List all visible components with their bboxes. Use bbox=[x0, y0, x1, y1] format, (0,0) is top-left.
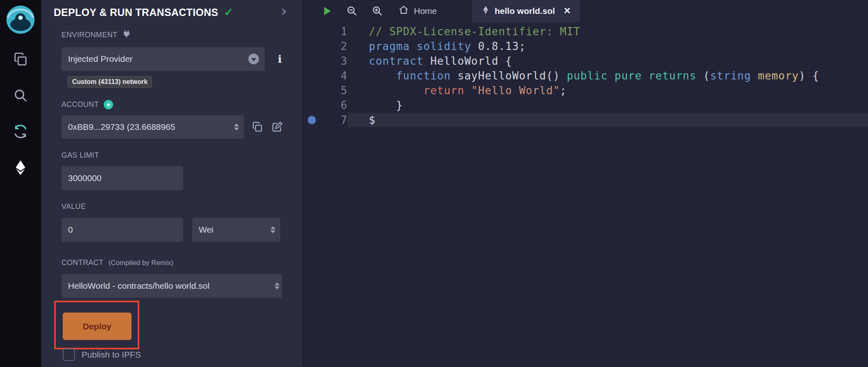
line-number: 7 bbox=[317, 113, 348, 127]
close-icon[interactable]: × bbox=[564, 5, 570, 16]
remix-logo-icon[interactable] bbox=[5, 4, 36, 37]
collapse-panel-chevron-icon[interactable]: › bbox=[281, 2, 287, 19]
search-icon[interactable] bbox=[12, 87, 29, 104]
provider-circle-icon bbox=[248, 54, 259, 64]
deploy-button[interactable]: Deploy bbox=[63, 313, 132, 340]
contract-label: CONTRACT (Compiled by Remix) bbox=[61, 258, 302, 267]
environment-selected-value: Injected Provider bbox=[68, 54, 133, 64]
line-number: 6 bbox=[317, 98, 348, 113]
breakpoint-dot-icon[interactable] bbox=[308, 116, 316, 124]
breakpoint-margin[interactable] bbox=[303, 68, 317, 83]
home-icon bbox=[398, 5, 409, 17]
remix-ide-window: DEPLOY & RUN TRANSACTIONS ✓ › ENVIRONMEN… bbox=[0, 0, 868, 367]
publish-ipfs-label: Publish to IPFS bbox=[82, 350, 141, 360]
select-stepper-icon bbox=[234, 124, 239, 131]
breakpoint-margin[interactable] bbox=[303, 113, 317, 127]
code-text[interactable]: contract HelloWorld { bbox=[348, 54, 868, 68]
account-select[interactable]: 0xBB9...29733 (23.6688965 bbox=[61, 115, 244, 139]
add-account-icon[interactable]: + bbox=[104, 100, 113, 109]
zoom-out-icon[interactable] bbox=[346, 5, 358, 17]
tab-home-label: Home bbox=[414, 6, 437, 16]
line-number: 3 bbox=[317, 54, 348, 68]
publish-ipfs-checkbox[interactable] bbox=[63, 349, 75, 361]
line-number: 5 bbox=[317, 83, 348, 98]
value-unit: Wei bbox=[199, 225, 214, 235]
code-text[interactable]: } bbox=[348, 98, 868, 113]
select-stepper-icon bbox=[275, 283, 279, 290]
code-line: 1// SPDX-License-Identifier: MIT bbox=[303, 24, 868, 39]
breakpoint-margin[interactable] bbox=[303, 98, 317, 113]
contract-selected-value: HelloWorld - contracts/hello world.sol bbox=[68, 281, 209, 291]
tab-file-label: hello world.sol bbox=[495, 6, 555, 16]
deploy-run-panel: DEPLOY & RUN TRANSACTIONS ✓ › ENVIRONMEN… bbox=[41, 0, 303, 367]
network-badge: Custom (43113) network bbox=[68, 76, 152, 88]
code-line: 4 function sayHelloWorld() public pure r… bbox=[303, 68, 868, 83]
gas-limit-input[interactable]: 3000000 bbox=[61, 166, 183, 190]
run-script-icon[interactable] bbox=[321, 5, 333, 17]
line-number: 2 bbox=[317, 39, 348, 54]
line-number: 4 bbox=[317, 68, 348, 83]
value-label: VALUE bbox=[61, 202, 302, 211]
value-amount: 0 bbox=[68, 225, 73, 235]
code-line: 6 } bbox=[303, 98, 868, 113]
gas-limit-label: GAS LIMIT bbox=[61, 151, 302, 160]
account-label: ACCOUNT + bbox=[61, 100, 302, 109]
environment-label: ENVIRONMENT bbox=[61, 29, 302, 41]
code-editor[interactable]: 1// SPDX-License-Identifier: MIT2pragma … bbox=[303, 22, 868, 367]
code-text[interactable]: $ bbox=[348, 113, 868, 127]
editor-area: Home hello world.sol × 1// SPDX-License-… bbox=[303, 0, 868, 367]
tab-bar: Home hello world.sol × bbox=[303, 0, 868, 22]
plug-icon bbox=[122, 29, 131, 41]
code-line: 5 return "Hello World"; bbox=[303, 83, 868, 98]
account-selected-value: 0xBB9...29733 (23.6688965 bbox=[68, 122, 175, 132]
editor-toolbar bbox=[303, 5, 384, 17]
contract-select[interactable]: HelloWorld - contracts/hello world.sol bbox=[61, 274, 282, 298]
gas-limit-value: 3000000 bbox=[68, 173, 102, 183]
icon-rail bbox=[0, 0, 41, 367]
value-unit-select[interactable]: Wei bbox=[192, 218, 280, 242]
contract-note: (Compiled by Remix) bbox=[108, 259, 173, 267]
environment-select[interactable]: Injected Provider bbox=[61, 47, 265, 71]
code-lines: 1// SPDX-License-Identifier: MIT2pragma … bbox=[303, 24, 868, 127]
code-text[interactable]: // SPDX-License-Identifier: MIT bbox=[348, 24, 868, 39]
line-number: 1 bbox=[317, 24, 348, 39]
check-icon: ✓ bbox=[224, 6, 234, 19]
edit-account-icon[interactable] bbox=[271, 121, 283, 133]
code-line: 3contract HelloWorld { bbox=[303, 54, 868, 68]
code-text[interactable]: pragma solidity 0.8.13; bbox=[348, 39, 868, 54]
breakpoint-margin[interactable] bbox=[303, 24, 317, 39]
copy-account-icon[interactable] bbox=[251, 121, 264, 133]
deploy-run-icon[interactable] bbox=[12, 159, 29, 176]
info-icon[interactable]: i bbox=[278, 53, 282, 65]
code-text[interactable]: function sayHelloWorld() public pure ret… bbox=[348, 68, 868, 83]
solidity-compiler-icon[interactable] bbox=[12, 123, 29, 140]
panel-body: ENVIRONMENT Injected Provider i Custom bbox=[41, 29, 302, 361]
file-explorer-icon[interactable] bbox=[12, 51, 29, 68]
code-line: 2pragma solidity 0.8.13; bbox=[303, 39, 868, 54]
value-input[interactable]: 0 bbox=[61, 218, 183, 242]
code-line: 7$ bbox=[303, 113, 868, 127]
solidity-file-icon bbox=[482, 6, 490, 16]
tutorial-highlight-box: Deploy bbox=[54, 301, 139, 349]
select-stepper-icon bbox=[270, 227, 275, 233]
breakpoint-margin[interactable] bbox=[303, 39, 317, 54]
tab-hello-world-sol[interactable]: hello world.sol × bbox=[471, 0, 581, 22]
panel-header: DEPLOY & RUN TRANSACTIONS ✓ › bbox=[41, 0, 302, 19]
tab-home[interactable]: Home bbox=[398, 5, 437, 17]
zoom-in-icon[interactable] bbox=[371, 5, 384, 17]
code-text[interactable]: return "Hello World"; bbox=[348, 83, 868, 98]
breakpoint-margin[interactable] bbox=[303, 83, 317, 98]
panel-title: DEPLOY & RUN TRANSACTIONS bbox=[54, 7, 218, 18]
breakpoint-margin[interactable] bbox=[303, 54, 317, 68]
